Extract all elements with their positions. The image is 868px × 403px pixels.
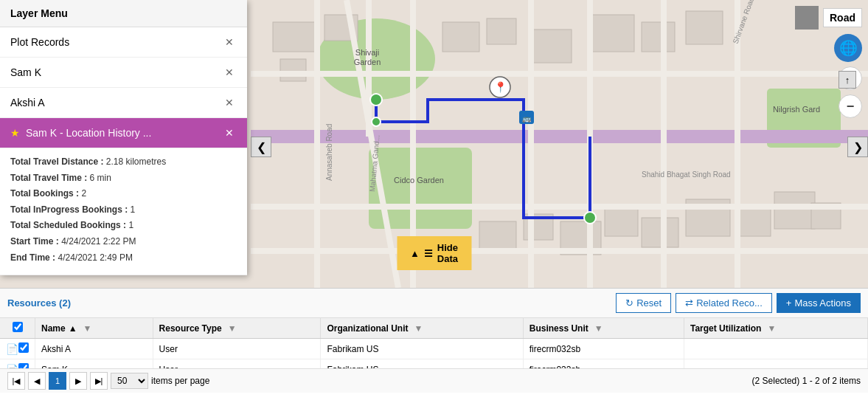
travel-dist-value: 2.18 kilometres (106, 156, 166, 167)
layer-item-plot-records-close[interactable]: ✕ (222, 35, 237, 49)
svg-text:🚌: 🚌 (522, 114, 532, 123)
map-type-icon (795, 6, 819, 30)
hide-data-button[interactable]: ▲ ☰ Hide Data (397, 236, 471, 270)
layer-item-sam-k-close[interactable]: ✕ (222, 65, 237, 80)
resources-table: Name ▲ ▼ Resource Type ▼ Organizat (0, 318, 868, 368)
map-zoom-out-button[interactable]: − (839, 94, 862, 118)
map-north-arrow[interactable]: ↑ (839, 71, 856, 89)
row1-name[interactable]: Akshi A (35, 339, 153, 359)
layer-item-sam-k-label: Sam K (10, 66, 222, 78)
pagination-bar: |◀ ◀ 1 ▶ ▶| 50 100 200 items per page (2… (0, 368, 868, 393)
map-type-label[interactable]: Road (823, 8, 862, 27)
layer-item-sam-k-history[interactable]: ★ Sam K - Location History ... ✕ (0, 118, 247, 148)
col-util-filter-icon[interactable]: ▼ (767, 323, 776, 334)
layer-item-sam-k[interactable]: Sam K ✕ (0, 58, 247, 88)
svg-text:Annasaheb Road: Annasaheb Road (325, 124, 333, 181)
select-all-checkbox[interactable] (13, 322, 23, 332)
col-name-sort-icon[interactable]: ▲ (69, 323, 77, 334)
col-header-target-util: Target Utilization ▼ (684, 318, 868, 339)
layer-menu-panel: Layer Menu Plot Records ✕ Sam K ✕ Akshi … (0, 0, 247, 275)
travel-time-label: Total Travel Time : (10, 173, 87, 183)
svg-rect-4 (273, 22, 317, 52)
row1-checkbox[interactable] (18, 342, 29, 353)
hide-chevron-icon: ▲ (410, 248, 420, 259)
bookings-label: Total Bookings : (10, 188, 79, 199)
map-left-arrow[interactable]: ❮ (251, 137, 271, 157)
related-icon: ⇄ (685, 297, 693, 309)
row2-name[interactable]: Sam K (35, 359, 153, 369)
inprogress-value: 1 (130, 204, 135, 215)
map-controls: Road 🌐 + − ↑ (795, 6, 862, 118)
scheduled-label: Total Scheduled Bookings : (10, 220, 126, 230)
col-header-checkbox (0, 318, 35, 339)
row1-actions: 📄 (0, 339, 35, 359)
location-details-panel: Total Travel Distance : 2.18 kilometres … (0, 148, 247, 275)
row2-doc-icon: 📄 (6, 364, 18, 368)
row1-resource-type: User (153, 339, 321, 359)
row2-target-util (684, 359, 868, 369)
page-first-button[interactable]: |◀ (7, 372, 25, 390)
travel-time-value: 6 min (90, 173, 111, 183)
svg-rect-19 (737, 207, 771, 236)
svg-rect-7 (442, 22, 479, 52)
col-util-label: Target Utilization (690, 323, 761, 334)
col-resource-label: Resource Type (159, 323, 222, 334)
layer-item-akshi-a-close[interactable]: ✕ (222, 95, 237, 110)
svg-text:Garden: Garden (354, 58, 381, 66)
pagination-summary: (2 Selected) 1 - 2 of 2 items (752, 376, 861, 386)
related-records-button[interactable]: ⇄ Related Reco... (676, 293, 772, 313)
page-prev-button[interactable]: ◀ (28, 372, 46, 390)
end-time-value: 4/24/2021 2:49 PM (58, 252, 132, 263)
col-name-label: Name (41, 323, 66, 334)
end-time-label: End Time : (10, 252, 55, 263)
svg-rect-8 (487, 18, 516, 44)
table-toolbar: Resources (2) ↻ Reset ⇄ Related Reco... … (0, 289, 868, 318)
svg-text:📍: 📍 (494, 81, 507, 94)
layer-item-plot-records[interactable]: Plot Records ✕ (0, 27, 247, 58)
mass-icon: + (786, 297, 792, 309)
scheduled-value: 1 (128, 220, 133, 230)
svg-rect-13 (479, 221, 516, 251)
col-org-filter-icon[interactable]: ▼ (414, 323, 423, 334)
layer-item-akshi-a-label: Akshi A (10, 97, 222, 108)
inprogress-label: Total InProgress Bookings : (10, 204, 128, 215)
map-globe-button[interactable]: 🌐 (834, 34, 862, 62)
hide-data-label: Hide Data (437, 242, 458, 264)
col-header-business-unit: Business Unit ▼ (523, 318, 684, 339)
col-name-filter-icon[interactable]: ▼ (83, 323, 92, 334)
layer-menu-header: Layer Menu (0, 0, 247, 27)
svg-rect-11 (642, 22, 675, 52)
row1-doc-icon: 📄 (6, 343, 18, 355)
page-last-button[interactable]: ▶| (90, 372, 108, 390)
col-org-label: Organizational Unit (327, 323, 408, 334)
svg-rect-10 (590, 15, 634, 52)
page-1-button[interactable]: 1 (49, 372, 66, 390)
svg-rect-9 (531, 30, 572, 63)
col-biz-label: Business Unit (530, 323, 588, 334)
layer-item-history-close[interactable]: ✕ (222, 125, 237, 140)
col-biz-filter-icon[interactable]: ▼ (594, 323, 603, 334)
toolbar-buttons: ↻ Reset ⇄ Related Reco... + Mass Actions (616, 293, 861, 313)
svg-rect-20 (774, 192, 815, 229)
mass-actions-button[interactable]: + Mass Actions (777, 293, 861, 313)
row1-org-unit: Fabrikam US (321, 339, 523, 359)
map-right-arrow[interactable]: ❯ (847, 137, 868, 157)
reset-button[interactable]: ↻ Reset (616, 293, 671, 313)
page-next-button[interactable]: ▶ (69, 372, 87, 390)
star-icon: ★ (10, 127, 20, 139)
per-page-select[interactable]: 50 100 200 (111, 373, 148, 389)
layer-item-akshi-a[interactable]: Akshi A ✕ (0, 88, 247, 118)
row2-org-unit: Fabrikam US (321, 359, 523, 369)
row2-checkbox[interactable] (18, 363, 29, 368)
resources-label: Resources (2) (7, 297, 71, 309)
bookings-value: 2 (81, 188, 86, 199)
table-row: 📄 Akshi A User Fabrikam US firecrm032sb (0, 339, 868, 359)
start-time-label: Start Time : (10, 236, 59, 247)
hide-data-icon: ☰ (424, 248, 433, 259)
related-label: Related Reco... (696, 297, 763, 309)
table-area: Resources (2) ↻ Reset ⇄ Related Reco... … (0, 288, 868, 403)
svg-text:Shivaji: Shivaji (355, 48, 379, 57)
layer-item-history-label: Sam K - Location History ... (26, 127, 222, 139)
col-resource-filter-icon[interactable]: ▼ (228, 323, 237, 334)
svg-text:Cidco Garden: Cidco Garden (394, 176, 444, 185)
